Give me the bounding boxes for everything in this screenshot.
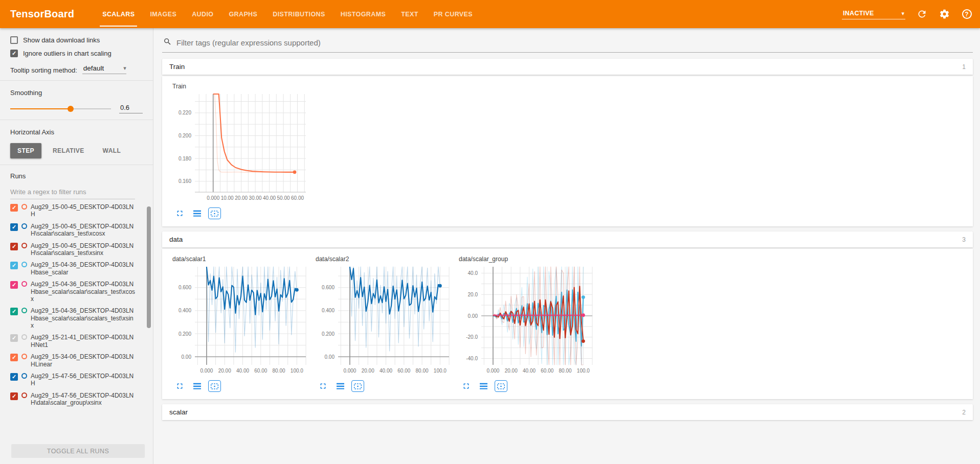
line-chart[interactable]: 0.00020.0040.0060.0080.00100.0-40.0-20.0… <box>458 265 595 376</box>
tab-audio[interactable]: AUDIO <box>184 0 221 28</box>
run-checkbox[interactable]: ✓ <box>10 392 18 400</box>
run-checkbox[interactable]: ✓ <box>10 354 18 361</box>
settings-gear-icon[interactable] <box>938 8 950 20</box>
run-isolator-radio[interactable] <box>21 204 27 210</box>
svg-text:20.00: 20.00 <box>235 195 248 201</box>
run-checkbox[interactable]: ✓ <box>10 308 18 315</box>
svg-text:30.00: 30.00 <box>249 195 262 201</box>
run-item[interactable]: ✓Aug29_15-47-56_DESKTOP-4D03LNH <box>10 373 144 387</box>
slider-thumb[interactable] <box>68 106 74 112</box>
series-endpoint-marker[interactable] <box>438 284 442 288</box>
section-header-scalar[interactable]: scalar2 <box>162 404 973 420</box>
series-endpoint-marker[interactable] <box>293 170 297 174</box>
chart-title: Train <box>171 83 308 90</box>
tab-text[interactable]: TEXT <box>393 0 426 28</box>
run-isolator-radio[interactable] <box>21 262 27 267</box>
run-checkbox[interactable]: ✓ <box>10 334 18 342</box>
tooltip-sorting-dropdown[interactable]: default ▾ <box>82 64 126 74</box>
run-isolator-radio[interactable] <box>21 334 27 340</box>
show-download-links-checkbox-row[interactable]: Show data download links <box>10 36 144 44</box>
run-isolator-radio[interactable] <box>21 373 27 379</box>
run-checkbox[interactable]: ✓ <box>10 243 18 250</box>
run-isolator-radio[interactable] <box>21 223 27 229</box>
ignore-outliers-checkbox-row[interactable]: ✓ Ignore outliers in chart scaling <box>10 50 144 57</box>
smoothing-value-field[interactable]: 0.6 <box>119 104 143 113</box>
run-item[interactable]: ✓Aug29_15-04-36_DESKTOP-4D03LNHbase_scal… <box>10 307 144 329</box>
fullscreen-icon[interactable] <box>173 380 186 392</box>
run-item[interactable]: ✓Aug29_15-34-06_DESKTOP-4D03LNHLinear <box>10 353 144 368</box>
tab-images[interactable]: IMAGES <box>142 0 184 28</box>
run-checkbox[interactable]: ✓ <box>10 223 18 231</box>
status-value: INACTIVE <box>843 10 884 17</box>
tooltip-sorting-row: Tooltip sorting method: default ▾ <box>10 64 144 74</box>
runs-filter-input[interactable] <box>10 187 135 199</box>
chart-action-bar <box>171 380 308 392</box>
chevron-down-icon: ▾ <box>123 65 126 72</box>
smoothing-slider[interactable] <box>10 105 111 112</box>
run-item[interactable]: ✓Aug29_15-47-56_DESKTOP-4D03LNH\data\sca… <box>10 392 144 407</box>
horizontal-axis-buttons: STEPRELATIVEWALL <box>10 143 144 158</box>
axis-button-wall[interactable]: WALL <box>96 143 128 158</box>
run-item[interactable]: ✓Aug29_15-21-41_DESKTOP-4D03LNHNet1 <box>10 334 144 349</box>
runs-list[interactable]: ✓Aug29_15-00-45_DESKTOP-4D03LNH✓Aug29_15… <box>10 203 153 440</box>
tab-scalars[interactable]: SCALARS <box>95 0 142 28</box>
run-item[interactable]: ✓Aug29_15-04-36_DESKTOP-4D03LNHbase_scal… <box>10 281 144 303</box>
run-item[interactable]: ✓Aug29_15-00-45_DESKTOP-4D03LNH\scalar\s… <box>10 223 144 238</box>
line-chart[interactable]: 0.00020.0040.0060.0080.00100.00.000.2000… <box>315 265 452 376</box>
line-chart[interactable]: 0.00020.0040.0060.0080.00100.00.000.2000… <box>171 265 308 376</box>
toggle-all-runs-button[interactable]: TOGGLE ALL RUNS <box>11 444 145 458</box>
series-endpoint-marker[interactable] <box>582 313 585 317</box>
run-checkbox[interactable]: ✓ <box>10 262 18 269</box>
toggle-expansion-icon[interactable] <box>191 207 204 219</box>
status-dropdown[interactable]: INACTIVE ▾ <box>842 9 905 19</box>
runs-scrollbar[interactable] <box>147 206 151 328</box>
refresh-icon[interactable] <box>916 8 928 20</box>
run-isolator-radio[interactable] <box>21 392 27 398</box>
smoothing-slider-row: 0.6 <box>10 104 144 113</box>
checkbox-checked-icon[interactable]: ✓ <box>10 50 18 57</box>
checkbox-unchecked-icon[interactable] <box>10 36 18 44</box>
tab-distributions[interactable]: DISTRIBUTIONS <box>265 0 332 28</box>
chart-action-bar <box>458 380 595 392</box>
tab-graphs[interactable]: GRAPHS <box>221 0 265 28</box>
line-chart[interactable]: 0.00010.0020.0030.0040.0050.0060.000.160… <box>171 92 308 203</box>
run-isolator-radio[interactable] <box>21 281 27 287</box>
tag-filter-input[interactable] <box>176 38 972 47</box>
run-item[interactable]: ✓Aug29_15-00-45_DESKTOP-4D03LNH\scalar\s… <box>10 242 144 257</box>
tab-pr-curves[interactable]: PR CURVES <box>426 0 480 28</box>
section-header-data[interactable]: data3 <box>162 231 973 247</box>
run-checkbox[interactable]: ✓ <box>10 373 18 381</box>
run-checkbox[interactable]: ✓ <box>10 204 18 212</box>
runs-block: Runs ✓Aug29_15-00-45_DESKTOP-4D03LNH✓Aug… <box>0 165 153 464</box>
fit-domain-icon[interactable] <box>208 207 221 219</box>
series-endpoint-marker[interactable] <box>582 339 585 343</box>
help-icon[interactable]: ? <box>961 8 973 20</box>
app-logo: TensorBoard <box>0 0 95 28</box>
svg-text:100.0: 100.0 <box>577 368 590 374</box>
fit-domain-icon[interactable] <box>495 380 507 392</box>
fullscreen-icon[interactable] <box>317 380 329 392</box>
axis-button-relative[interactable]: RELATIVE <box>46 143 92 158</box>
fullscreen-icon[interactable] <box>173 207 186 219</box>
toggle-expansion-icon[interactable] <box>191 380 204 392</box>
toggle-expansion-icon[interactable] <box>477 380 490 392</box>
run-checkbox[interactable]: ✓ <box>10 281 18 289</box>
run-name: Aug29_15-04-36_DESKTOP-4D03LNHbase_scala… <box>31 261 136 276</box>
fit-domain-icon[interactable] <box>208 380 221 392</box>
run-item[interactable]: ✓Aug29_15-00-45_DESKTOP-4D03LNH <box>10 203 144 218</box>
run-isolator-radio[interactable] <box>21 243 27 248</box>
fit-domain-icon[interactable] <box>351 380 364 392</box>
fullscreen-icon[interactable] <box>460 380 473 392</box>
toggle-expansion-icon[interactable] <box>334 380 347 392</box>
tab-histograms[interactable]: HISTOGRAMS <box>333 0 394 28</box>
run-isolator-radio[interactable] <box>21 308 27 313</box>
series-endpoint-marker[interactable] <box>582 295 585 299</box>
run-item[interactable]: ✓Aug29_15-04-36_DESKTOP-4D03LNHbase_scal… <box>10 261 144 276</box>
horizontal-axis-block: Horizontal Axis STEPRELATIVEWALL <box>0 120 153 165</box>
section-header-train[interactable]: Train1 <box>162 59 973 75</box>
series-endpoint-marker[interactable] <box>295 288 299 292</box>
axis-button-step[interactable]: STEP <box>10 143 41 158</box>
run-isolator-radio[interactable] <box>21 354 27 359</box>
run-name: Aug29_15-00-45_DESKTOP-4D03LNH\scalar\sc… <box>31 223 136 238</box>
svg-text:-20.0: -20.0 <box>466 334 478 340</box>
